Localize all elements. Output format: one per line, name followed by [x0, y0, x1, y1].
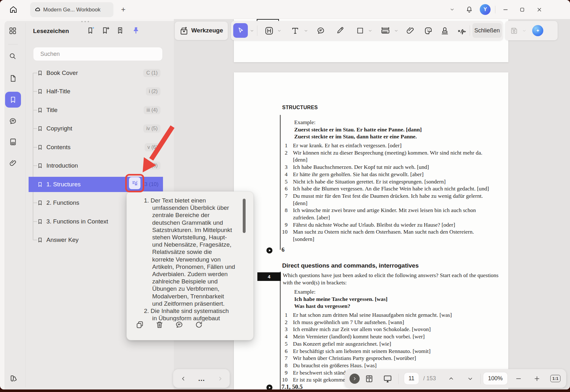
heading-icon — [264, 26, 274, 36]
actual-size-button[interactable]: 1:1 — [548, 369, 563, 388]
bookmark-item-title[interactable]: Title iii (4) — [29, 103, 163, 118]
minimize-button[interactable] — [501, 5, 510, 14]
presentation-button[interactable] — [381, 369, 394, 388]
bookmark-item-copyright[interactable]: Copyright iv (5) — [29, 121, 163, 136]
copy-button[interactable] — [135, 320, 145, 329]
notifications-button[interactable] — [465, 5, 474, 14]
rail-pages-button[interactable] — [6, 71, 20, 85]
presentation-icon — [383, 374, 392, 383]
save-ai-toolbar — [505, 21, 558, 40]
bell-icon — [465, 5, 473, 14]
ai-assistant-button[interactable] — [532, 25, 543, 36]
shape-tool-button[interactable] — [354, 21, 366, 40]
rail-bookmarks-button[interactable] — [5, 92, 21, 108]
doc-example-block-2: Example: Ich habe meine Tasche vergessen… — [294, 288, 388, 310]
page-number-input[interactable] — [404, 375, 419, 382]
measure-tool-chevron[interactable] — [393, 21, 399, 40]
comment-note-button[interactable] — [174, 320, 184, 329]
new-tab-button[interactable]: + — [119, 5, 128, 14]
more-pages-button[interactable]: … — [195, 369, 208, 388]
rail-thumbnails-button[interactable] — [6, 135, 20, 149]
close-button[interactable] — [535, 5, 544, 14]
signature-tool-button[interactable] — [455, 21, 469, 40]
audio-play-button[interactable] — [266, 247, 273, 254]
regenerate-button[interactable] — [194, 320, 204, 329]
example-label: Example: — [294, 288, 388, 296]
audio-play-button[interactable] — [266, 384, 273, 389]
save-chevron[interactable] — [521, 21, 527, 40]
home-button[interactable] — [7, 3, 20, 16]
regenerate-icon — [194, 320, 203, 329]
toolbar-divider — [470, 25, 470, 36]
text-tool-button[interactable] — [289, 21, 302, 40]
prev-page-icon — [180, 375, 187, 382]
bookmark-badge: v (6) — [145, 143, 160, 151]
tab-title: Modern Ge... Workbook — [43, 7, 100, 13]
shape-tool-chevron[interactable] — [367, 21, 373, 40]
example-line: Ich habe meine Tasche vergessen. [was] — [294, 296, 388, 303]
rail-attachment-button[interactable] — [6, 156, 20, 170]
example-line: Was hast du vergessen? — [294, 302, 388, 310]
page-down-button[interactable] — [464, 369, 477, 388]
bookmark-icon — [37, 163, 43, 169]
measure-tool-button[interactable] — [378, 21, 392, 40]
panel-pin-button[interactable] — [131, 26, 141, 35]
bookmark-item-half-title[interactable]: Half-Title i (2) — [29, 84, 163, 99]
document-tab[interactable]: Modern Ge... Workbook — [30, 2, 113, 17]
expand-controls-button[interactable] — [349, 369, 361, 388]
note-line: 1. Der Text bietet einen — [144, 197, 239, 204]
bookmark-item-contents[interactable]: Contents v (6) — [29, 140, 163, 155]
text-tool-chevron[interactable] — [303, 21, 309, 40]
page-number-field[interactable] — [404, 373, 419, 384]
select-cursor-icon — [236, 26, 245, 35]
exercise-item: Mein Vermieter (landlord) kommt heute no… — [281, 333, 490, 340]
rail-chat-button[interactable] — [6, 114, 20, 128]
tools-button[interactable]: Werkzeuge — [175, 22, 228, 40]
page-down-icon — [467, 375, 473, 382]
select-tool-button[interactable] — [233, 23, 248, 38]
doc-section2-heading: Direct questions and commands, interroga… — [282, 262, 419, 269]
avatar[interactable]: Y — [480, 4, 491, 15]
attach-tool-button[interactable] — [404, 21, 417, 40]
stamp-tool-button[interactable] — [438, 21, 451, 40]
rail-apps-button[interactable] — [6, 24, 20, 38]
next-page-button[interactable] — [214, 369, 227, 388]
note-scrollbar[interactable] — [243, 199, 246, 233]
highlighter-tool-button[interactable] — [334, 21, 347, 40]
zoom-out-button[interactable] — [512, 369, 525, 388]
exercise-item: Er hat schon zum dritten Mal seine Hausa… — [281, 311, 490, 319]
page-up-button[interactable] — [444, 369, 458, 388]
rail-divider — [25, 23, 26, 387]
prev-page-button[interactable] — [177, 369, 190, 388]
panel-drag-handle[interactable] — [81, 21, 89, 22]
delete-note-button[interactable] — [155, 320, 164, 329]
select-tool-chevron[interactable] — [249, 21, 255, 40]
bookmark-add-button[interactable] — [101, 26, 110, 35]
sticker-tool-button[interactable] — [422, 21, 435, 40]
chevron-down-icon — [450, 7, 455, 12]
bookmark-item-book-cover[interactable]: Book Cover C (1) — [29, 65, 163, 81]
close-tools-button[interactable]: Schließen — [472, 23, 502, 38]
save-button[interactable] — [508, 21, 520, 40]
maximize-button[interactable] — [518, 5, 526, 14]
heading-tool-chevron[interactable] — [276, 21, 282, 40]
bookmark-item-introduction[interactable]: Introduction (8) — [29, 158, 163, 173]
titlebar: Modern Ge... Workbook + Y — [0, 0, 570, 19]
bookmark-remove-button[interactable] — [115, 26, 125, 35]
search-input[interactable] — [33, 47, 176, 61]
zoom-in-button[interactable] — [530, 369, 544, 388]
avatar-initial: Y — [484, 7, 487, 12]
comment-tool-button[interactable] — [314, 21, 327, 40]
shape-square-icon — [356, 26, 364, 35]
heading-tool-button[interactable] — [263, 21, 275, 40]
zoom-level[interactable]: 100% — [483, 372, 507, 385]
rail-swatches-button[interactable] — [6, 371, 20, 385]
bookmark-sparkle-button[interactable] — [86, 26, 96, 35]
attachment-icon — [9, 159, 17, 167]
reading-view-button[interactable] — [363, 369, 376, 388]
titlebar-chevron-button[interactable] — [448, 6, 457, 13]
zoom-out-icon — [515, 375, 522, 382]
rail-search-button[interactable] — [6, 49, 20, 63]
bookmark-icon — [37, 200, 43, 206]
exercise-item: Das Konzert gefiel mir ausgezeichnet. [w… — [281, 340, 490, 348]
